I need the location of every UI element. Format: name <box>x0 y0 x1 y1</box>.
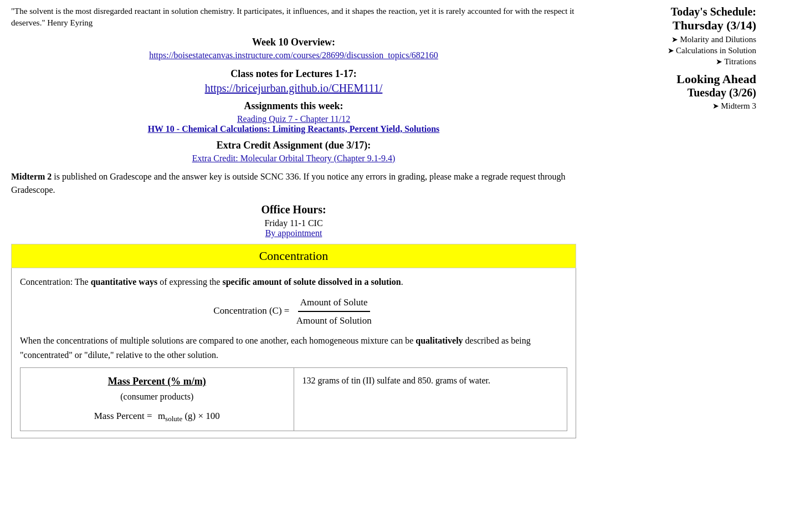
concentration-content: Concentration: The quantitative ways of … <box>11 268 576 438</box>
classnotes-heading: Class notes for Lectures 1-17: <box>11 68 576 80</box>
bottom-table: Mass Percent (% m/m) (consumer products)… <box>20 367 567 431</box>
sidebar-lookahead-heading: Looking Ahead <box>596 72 756 86</box>
sidebar-item-molarity: Molarity and Dilutions <box>596 35 756 44</box>
midterm-notice: Midterm 2 is published on Gradescope and… <box>11 170 576 197</box>
extracredit-heading: Extra Credit Assignment (due 3/17): <box>11 140 576 151</box>
m-subscript: solute <box>165 415 182 423</box>
sidebar-item-midterm3: Midterm 3 <box>596 101 756 111</box>
quote-text: "The solvent is the most disregarded rea… <box>11 6 576 29</box>
sidebar-today-list: Molarity and Dilutions Calculations in S… <box>596 35 756 66</box>
sidebar-tuesday-list: Midterm 3 <box>596 101 756 111</box>
mass-percent-formula-label: Mass Percent = <box>94 411 152 421</box>
conc-bold1: quantitative ways <box>91 277 157 287</box>
sidebar-schedule-heading: Today's Schedule: <box>596 6 756 18</box>
classnotes-link[interactable]: https://bricejurban.github.io/CHEM111/ <box>11 82 576 95</box>
formula-label: Concentration (C) = <box>213 305 289 316</box>
officehours-line1: Friday 11-1 CIC <box>11 218 576 228</box>
conc-bold2: specific amount of solute dissolved in a… <box>222 277 401 287</box>
m-letter: m <box>158 411 165 421</box>
assignment-link1[interactable]: Reading Quiz 7 - Chapter 11/12 <box>11 114 576 124</box>
fraction-denominator: Amount of Solution <box>294 312 374 328</box>
conc-desc-start: When the concentrations of multiple solu… <box>20 336 415 345</box>
mass-percent-heading: Mass Percent (% m/m) <box>29 374 285 390</box>
right-cell: 132 grams of tin (II) sulfate and 850. g… <box>294 368 567 431</box>
concentration-banner: Concentration <box>11 244 576 268</box>
officehours-appointment-link[interactable]: By appointment <box>265 228 322 238</box>
week10-link[interactable]: https://boisestatecanvas.instructure.com… <box>11 50 576 60</box>
mass-percent-cell: Mass Percent (% m/m) (consumer products)… <box>20 368 294 431</box>
extracredit-link[interactable]: Extra Credit: Molecular Orbital Theory (… <box>11 154 576 163</box>
conc-bold3: qualitatively <box>415 336 463 345</box>
concentration-fraction: Amount of Solute Amount of Solution <box>294 295 374 328</box>
week10-heading: Week 10 Overview: <box>11 37 576 48</box>
conc-intro-mid: of expressing the <box>157 277 222 287</box>
officehours-heading: Office Hours: <box>11 203 576 216</box>
midterm-bold: Midterm 2 <box>11 172 52 181</box>
sidebar-item-calculations: Calculations in Solution <box>596 46 756 55</box>
m-solute-text: msolute (g) <box>158 411 198 421</box>
concentration-intro: Concentration: The quantitative ways of … <box>20 275 567 289</box>
fraction-numerator: Amount of Solute <box>298 295 370 312</box>
sidebar-tuesday-heading: Tuesday (3/26) <box>596 86 756 99</box>
right-cell-text: 132 grams of tin (II) sulfate and 850. g… <box>302 376 490 385</box>
mass-percent-formula: Mass Percent = msolute (g) × 100 <box>29 408 285 425</box>
sidebar-date-heading: Thursday (3/14) <box>596 18 756 33</box>
assignments-heading: Assignments this week: <box>11 100 576 112</box>
assignment-link2[interactable]: HW 10 - Chemical Calculations: Limiting … <box>11 124 576 134</box>
conc-intro-start: Concentration: The <box>20 277 91 287</box>
midterm-rest: is published on Gradescope and the answe… <box>11 172 566 195</box>
concentration-description: When the concentrations of multiple solu… <box>20 334 567 362</box>
sidebar-item-titrations: Titrations <box>596 57 756 66</box>
times100: × 100 <box>198 411 220 421</box>
concentration-formula: Concentration (C) = Amount of Solute Amo… <box>20 295 567 328</box>
conc-intro-end: . <box>401 277 403 287</box>
m-unit: (g) <box>184 411 196 421</box>
sidebar: Today's Schedule: Thursday (3/14) Molari… <box>587 0 765 444</box>
mass-percent-sub: (consumer products) <box>29 390 285 404</box>
